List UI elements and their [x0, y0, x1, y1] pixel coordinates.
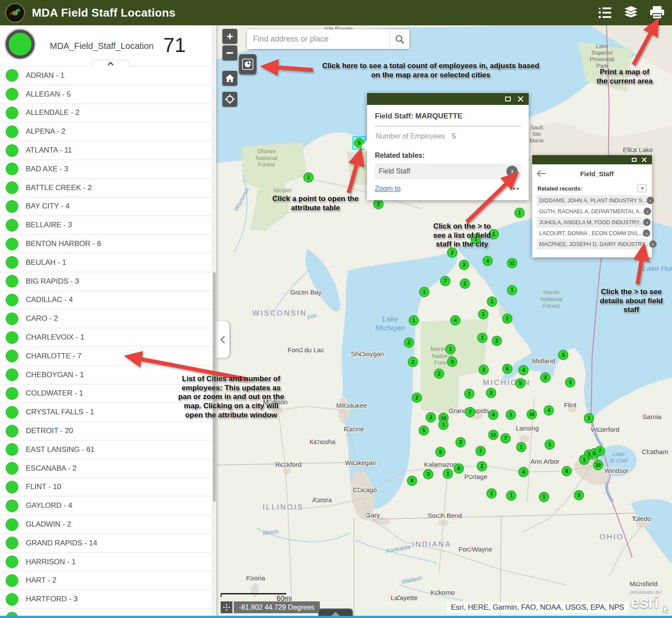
map-marker[interactable]: 2	[477, 462, 487, 471]
map-marker[interactable]: 4	[450, 316, 460, 325]
map-marker[interactable]: 1	[507, 285, 517, 295]
map-marker[interactable]: 2	[492, 336, 502, 346]
city-list-item[interactable]: GRAND RAPIDS - 14	[0, 534, 212, 553]
map-marker[interactable]: 4	[483, 256, 492, 266]
map-marker[interactable]: 20	[593, 460, 603, 470]
search-button[interactable]	[389, 29, 409, 49]
map-marker[interactable]: 1	[419, 287, 429, 297]
map-marker[interactable]: 7	[465, 407, 475, 417]
city-list-item[interactable]: BELLAIRE - 3	[0, 216, 212, 235]
map-marker[interactable]: 11	[507, 258, 517, 268]
map-marker[interactable]: 4	[519, 467, 528, 477]
city-list-item[interactable]: HART - 2	[0, 572, 212, 590]
map-marker[interactable]: 2	[408, 357, 418, 367]
close-icon[interactable]	[518, 96, 523, 102]
layers-icon[interactable]	[623, 5, 639, 21]
map-marker[interactable]: 3	[565, 378, 575, 387]
maximize-icon[interactable]	[505, 97, 511, 101]
city-list-item[interactable]: ADRIAN - 1	[0, 66, 212, 85]
related-table-row[interactable]: Field Staff ›	[375, 163, 521, 179]
map-marker[interactable]: 1	[545, 440, 554, 449]
map-marker[interactable]: 2	[426, 413, 436, 422]
record-detail-button[interactable]: ›	[644, 208, 651, 215]
map-marker[interactable]: 7	[501, 434, 510, 443]
map-marker[interactable]: 6	[407, 476, 417, 486]
coordinates-icon[interactable]	[221, 601, 232, 613]
map-marker[interactable]: 1	[487, 297, 497, 306]
city-list-item[interactable]: DETROIT - 20	[0, 422, 212, 441]
map-marker[interactable]: 1	[539, 492, 549, 502]
back-arrow-icon[interactable]	[537, 170, 546, 177]
home-button[interactable]	[222, 71, 237, 86]
map-marker[interactable]: 1	[446, 344, 455, 354]
map-marker[interactable]: 5	[502, 364, 512, 374]
related-record-item[interactable]: JUHOLA, ANGELA M, FOOD INDUSTRY...›	[537, 217, 648, 228]
city-list-item[interactable]: BEULAH - 1	[0, 253, 212, 272]
map-marker[interactable]: 2	[447, 248, 457, 257]
close-icon[interactable]	[642, 157, 647, 162]
map-marker[interactable]: 1	[579, 455, 589, 465]
more-options-icon[interactable]: ...	[532, 252, 652, 257]
city-list-item[interactable]: BATTLE CREEK - 2	[0, 179, 212, 198]
city-list-item[interactable]: EAST LANSING - 61	[0, 441, 212, 459]
city-list-item[interactable]: HARRISON - 1	[0, 553, 212, 572]
open-related-table-button[interactable]: ›	[506, 166, 518, 177]
city-list-item[interactable]: CARO - 2	[0, 309, 212, 328]
map-marker[interactable]: 2	[540, 373, 550, 382]
zoom-in-button[interactable]: +	[222, 29, 237, 44]
sidebar-collapse-handle[interactable]	[216, 321, 229, 358]
map-marker[interactable]: 1	[304, 173, 313, 182]
city-list-item[interactable]: BIG RAPIDS - 3	[0, 272, 212, 291]
map-marker[interactable]: 9	[454, 464, 464, 473]
map-marker[interactable]: 2	[404, 338, 414, 347]
map-marker[interactable]: 2	[412, 393, 422, 403]
map-marker[interactable]: 1	[439, 420, 448, 430]
city-list-item[interactable]: ALLEGAN - 5	[0, 85, 212, 104]
zoom-to-link[interactable]: Zoom to	[375, 185, 401, 193]
map-marker[interactable]: 1	[464, 389, 474, 399]
city-list-item[interactable]: BENTON HARBOR - 6	[0, 235, 212, 253]
map-marker[interactable]: 1	[502, 314, 512, 323]
map-marker[interactable]: 1	[443, 469, 453, 479]
map-marker[interactable]: 3	[447, 357, 457, 367]
city-list-item[interactable]: HARTFORD - 3	[0, 590, 212, 609]
map-marker[interactable]: 1	[584, 413, 594, 423]
map-marker[interactable]: 7	[476, 446, 485, 456]
maximize-icon[interactable]	[632, 158, 637, 162]
map-marker[interactable]: 3	[479, 365, 488, 375]
map-marker[interactable]: 5	[419, 426, 429, 435]
map-marker[interactable]: 7	[440, 276, 450, 286]
map-marker[interactable]: 4	[544, 406, 554, 415]
map-marker[interactable]: 1	[506, 410, 516, 420]
city-list-item[interactable]: CHARLOTTE - 7	[0, 347, 212, 366]
locate-button[interactable]	[222, 92, 237, 107]
related-record-item[interactable]: DIDDAMS, JOHN A, PLANT INDUSTRY S...›	[537, 195, 648, 206]
map-marker[interactable]: 1	[478, 309, 488, 319]
city-list-item[interactable]: ALPENA - 2	[0, 122, 212, 141]
map-marker[interactable]: 2	[434, 369, 444, 378]
map-marker[interactable]: 2	[456, 437, 465, 447]
record-detail-button[interactable]: ›	[649, 240, 657, 248]
record-detail-button[interactable]: ›	[643, 219, 651, 226]
map-marker[interactable]: 3	[459, 260, 469, 270]
city-list-item[interactable]: ESCANABA - 2	[0, 459, 212, 478]
map-marker[interactable]: 7	[595, 446, 605, 456]
map-marker[interactable]: 4	[488, 410, 498, 420]
map-marker[interactable]: 1	[409, 316, 419, 325]
related-record-item[interactable]: LACOURT, DONNA , ECON COMM DVL...›	[537, 228, 648, 239]
map-marker[interactable]: 3	[423, 469, 433, 479]
map-canvas[interactable]: Isle RoyaleLakeSuperiorProvincialParkSau…	[216, 25, 672, 618]
map-marker[interactable]: 12	[488, 430, 498, 440]
legend-icon[interactable]	[597, 5, 613, 21]
city-list-item[interactable]: BAY CITY - 4	[0, 198, 212, 216]
city-list-item[interactable]: GLADWIN - 2	[0, 515, 212, 534]
map-marker[interactable]: 1	[516, 442, 526, 452]
map-marker[interactable]: 4	[519, 365, 528, 375]
map-marker[interactable]: 1	[478, 333, 487, 343]
map-marker[interactable]: 2	[460, 279, 470, 288]
employee-count-widget-button[interactable]	[239, 54, 256, 74]
city-list-item[interactable]: BAD AXE - 3	[0, 160, 212, 179]
related-record-item[interactable]: GUTH, RACHAEL A, DEPARTMENTAL A...›	[537, 206, 648, 217]
record-detail-button[interactable]: ›	[643, 229, 650, 237]
map-marker[interactable]: 5	[516, 378, 525, 388]
